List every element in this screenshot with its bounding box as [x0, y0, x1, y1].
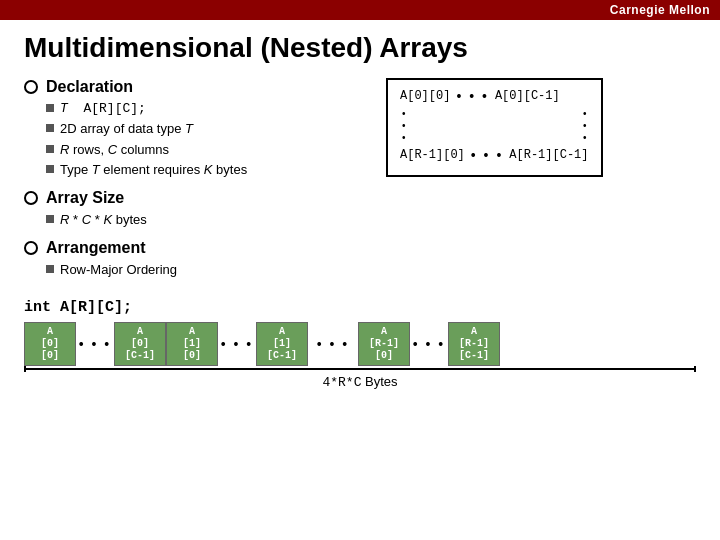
bracket-right-tick [694, 366, 696, 372]
decl-text-3: R rows, C columns [60, 141, 169, 159]
bottom-section: int A[R][C]; A[0][0] • • • A[0][C-1] A[1… [24, 299, 696, 390]
section-array-size: Array Size R * C * K bytes [24, 189, 366, 229]
slide-title: Multidimensional (Nested) Arrays [24, 32, 696, 64]
mem-dots-3: • • • [308, 336, 358, 352]
decl-item-4: Type T element requires K bytes [46, 161, 366, 179]
decl-text-4: Type T element requires K bytes [60, 161, 247, 179]
arrangement-label: Arrangement [46, 239, 146, 257]
arrangement-sub-items: Row-Major Ordering [46, 261, 366, 279]
mem-dots-1: • • • [76, 336, 114, 352]
arrangement-bullet [24, 241, 38, 255]
dots-vert-right: • • • [583, 108, 587, 143]
array-size-label: Array Size [46, 189, 124, 207]
dots-top-horiz: • • • [456, 88, 488, 104]
diagram-top-row: A[0][0] • • • A[0][C-1] [400, 88, 589, 104]
sq-bullet-1 [46, 104, 54, 112]
decl-item-1: T A[R][C]; [46, 100, 366, 118]
two-column-layout: Declaration T A[R][C]; 2D array of data … [24, 78, 696, 289]
bracket-line-row [24, 366, 696, 372]
array-size-bullet [24, 191, 38, 205]
sq-bullet-2 [46, 124, 54, 132]
mem-cell-2: A[0][C-1] [114, 322, 166, 366]
array-size-sub-items: R * C * K bytes [46, 211, 366, 229]
memory-row: A[0][0] • • • A[0][C-1] A[1][0] • • • A[… [24, 322, 696, 366]
decl-text-2: 2D array of data type T [60, 120, 193, 138]
dots-vert-left: • • • [402, 108, 406, 143]
sq-bullet-arr [46, 265, 54, 273]
bracket-label-text: 4*R*C Bytes [322, 374, 397, 389]
top-right-label: A[0][C-1] [495, 89, 560, 103]
section-arrangement: Arrangement Row-Major Ordering [24, 239, 366, 279]
mem-cell-6: A[R-1][C-1] [448, 322, 500, 366]
arrangement-header: Arrangement [24, 239, 366, 257]
declaration-sub-items: T A[R][C]; 2D array of data type T R row… [46, 100, 366, 179]
mem-cell-3: A[1][0] [166, 322, 218, 366]
array-diagram: A[0][0] • • • A[0][C-1] • • • • • • [386, 78, 696, 177]
mem-cell-4: A[1][C-1] [256, 322, 308, 366]
decl-item-2: 2D array of data type T [46, 120, 366, 138]
sq-bullet-4 [46, 165, 54, 173]
size-item-1: R * C * K bytes [46, 211, 366, 229]
mem-dots-2: • • • [218, 336, 256, 352]
main-content: Multidimensional (Nested) Arrays Declara… [0, 20, 720, 400]
sq-bullet-size [46, 215, 54, 223]
bracket-label: 4*R*C Bytes [24, 374, 696, 390]
code-line: int A[R][C]; [24, 299, 696, 316]
bracket-wrapper: 4*R*C Bytes [24, 366, 696, 390]
dots-bottom-horiz: • • • [471, 147, 503, 163]
size-text-1: R * C * K bytes [60, 211, 147, 229]
arr-item-1: Row-Major Ordering [46, 261, 366, 279]
decl-text-1: T A[R][C]; [60, 100, 146, 118]
declaration-label: Declaration [46, 78, 133, 96]
diagram-bottom-row: A[R-1][0] • • • A[R-1][C-1] [400, 147, 589, 163]
cmu-header: Carnegie Mellon [0, 0, 720, 20]
section-declaration: Declaration T A[R][C]; 2D array of data … [24, 78, 366, 179]
declaration-header: Declaration [24, 78, 366, 96]
top-left-label: A[0][0] [400, 89, 450, 103]
arr-text-1: Row-Major Ordering [60, 261, 177, 279]
sq-bullet-3 [46, 145, 54, 153]
brand-label: Carnegie Mellon [610, 3, 710, 17]
array-size-header: Array Size [24, 189, 366, 207]
mem-cell-1: A[0][0] [24, 322, 76, 366]
mem-cell-5: A[R-1][0] [358, 322, 410, 366]
declaration-bullet [24, 80, 38, 94]
mem-dots-4: • • • [410, 336, 448, 352]
bottom-left-label: A[R-1][0] [400, 148, 465, 162]
decl-item-3: R rows, C columns [46, 141, 366, 159]
left-column: Declaration T A[R][C]; 2D array of data … [24, 78, 366, 289]
array-grid: A[0][0] • • • A[0][C-1] • • • • • • [386, 78, 603, 177]
bottom-right-label: A[R-1][C-1] [509, 148, 588, 162]
diagram-dots-row: • • • • • • [400, 108, 589, 143]
bracket-h-line [26, 368, 694, 370]
